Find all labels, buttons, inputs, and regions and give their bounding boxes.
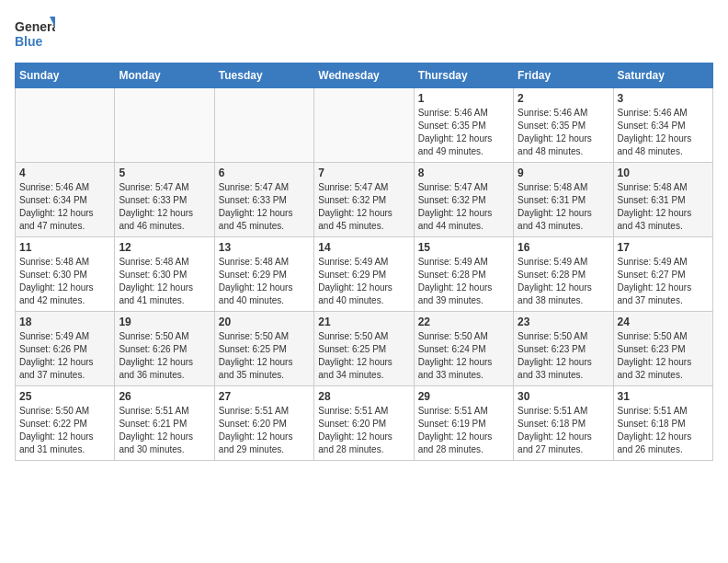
day-number: 31: [618, 390, 709, 403]
day-number: 8: [418, 167, 509, 179]
day-number: 19: [119, 316, 210, 328]
day-info: Sunrise: 5:46 AM Sunset: 6:34 PM Dayligh…: [618, 107, 709, 158]
day-info: Sunrise: 5:46 AM Sunset: 6:35 PM Dayligh…: [418, 107, 509, 158]
day-info: Sunrise: 5:51 AM Sunset: 6:20 PM Dayligh…: [219, 405, 310, 456]
day-cell: 7Sunrise: 5:47 AM Sunset: 6:32 PM Daylig…: [314, 163, 414, 237]
day-cell: 26Sunrise: 5:51 AM Sunset: 6:21 PM Dayli…: [115, 386, 214, 461]
day-info: Sunrise: 5:50 AM Sunset: 6:22 PM Dayligh…: [19, 405, 110, 456]
day-number: 30: [518, 390, 609, 403]
day-info: Sunrise: 5:47 AM Sunset: 6:32 PM Dayligh…: [318, 181, 409, 233]
day-number: 21: [318, 316, 409, 328]
week-row-5: 25Sunrise: 5:50 AM Sunset: 6:22 PM Dayli…: [16, 386, 713, 461]
day-cell: 5Sunrise: 5:47 AM Sunset: 6:33 PM Daylig…: [115, 163, 214, 237]
day-cell: 25Sunrise: 5:50 AM Sunset: 6:22 PM Dayli…: [16, 386, 115, 461]
day-number: 3: [618, 92, 709, 105]
week-row-1: 1Sunrise: 5:46 AM Sunset: 6:35 PM Daylig…: [16, 88, 713, 163]
day-cell: 22Sunrise: 5:50 AM Sunset: 6:24 PM Dayli…: [414, 312, 513, 386]
day-cell: 23Sunrise: 5:50 AM Sunset: 6:23 PM Dayli…: [514, 312, 613, 386]
day-cell: 3Sunrise: 5:46 AM Sunset: 6:34 PM Daylig…: [613, 88, 712, 163]
day-cell: 16Sunrise: 5:49 AM Sunset: 6:28 PM Dayli…: [514, 237, 613, 312]
day-info: Sunrise: 5:47 AM Sunset: 6:33 PM Dayligh…: [219, 181, 310, 233]
day-info: Sunrise: 5:47 AM Sunset: 6:33 PM Dayligh…: [119, 181, 210, 233]
day-cell: 8Sunrise: 5:47 AM Sunset: 6:32 PM Daylig…: [414, 163, 513, 237]
col-header-wednesday: Wednesday: [314, 63, 414, 88]
day-cell: 9Sunrise: 5:48 AM Sunset: 6:31 PM Daylig…: [514, 163, 613, 237]
day-number: 20: [219, 316, 310, 328]
day-number: 27: [219, 390, 310, 403]
day-number: 15: [418, 241, 509, 254]
col-header-monday: Monday: [115, 63, 214, 88]
day-number: 2: [518, 92, 609, 105]
day-cell: 30Sunrise: 5:51 AM Sunset: 6:18 PM Dayli…: [514, 386, 613, 461]
day-cell: 21Sunrise: 5:50 AM Sunset: 6:25 PM Dayli…: [314, 312, 414, 386]
day-info: Sunrise: 5:51 AM Sunset: 6:21 PM Dayligh…: [119, 405, 210, 456]
day-number: 9: [518, 167, 609, 179]
day-info: Sunrise: 5:50 AM Sunset: 6:24 PM Dayligh…: [418, 330, 509, 382]
svg-text:General: General: [15, 19, 55, 34]
day-cell: 14Sunrise: 5:49 AM Sunset: 6:29 PM Dayli…: [314, 237, 414, 312]
day-cell: 19Sunrise: 5:50 AM Sunset: 6:26 PM Dayli…: [115, 312, 214, 386]
day-cell: 15Sunrise: 5:49 AM Sunset: 6:28 PM Dayli…: [414, 237, 513, 312]
day-number: 16: [518, 241, 609, 254]
day-cell: 4Sunrise: 5:46 AM Sunset: 6:34 PM Daylig…: [16, 163, 115, 237]
day-info: Sunrise: 5:49 AM Sunset: 6:27 PM Dayligh…: [618, 256, 709, 307]
day-info: Sunrise: 5:50 AM Sunset: 6:23 PM Dayligh…: [518, 330, 609, 382]
col-header-thursday: Thursday: [414, 63, 513, 88]
day-info: Sunrise: 5:49 AM Sunset: 6:29 PM Dayligh…: [318, 256, 409, 307]
day-info: Sunrise: 5:46 AM Sunset: 6:34 PM Dayligh…: [19, 181, 110, 233]
day-info: Sunrise: 5:50 AM Sunset: 6:25 PM Dayligh…: [219, 330, 310, 382]
day-info: Sunrise: 5:48 AM Sunset: 6:30 PM Dayligh…: [19, 256, 110, 307]
day-info: Sunrise: 5:48 AM Sunset: 6:31 PM Dayligh…: [618, 181, 709, 233]
day-info: Sunrise: 5:48 AM Sunset: 6:30 PM Dayligh…: [119, 256, 210, 307]
day-number: 1: [418, 92, 509, 105]
day-number: 28: [318, 390, 409, 403]
day-number: 11: [19, 241, 110, 254]
day-number: 10: [618, 167, 709, 179]
day-cell: 1Sunrise: 5:46 AM Sunset: 6:35 PM Daylig…: [414, 88, 513, 163]
day-number: 23: [518, 316, 609, 328]
day-number: 14: [318, 241, 409, 254]
day-cell: [314, 88, 414, 163]
week-row-3: 11Sunrise: 5:48 AM Sunset: 6:30 PM Dayli…: [16, 237, 713, 312]
day-info: Sunrise: 5:47 AM Sunset: 6:32 PM Dayligh…: [418, 181, 509, 233]
day-info: Sunrise: 5:51 AM Sunset: 6:19 PM Dayligh…: [418, 405, 509, 456]
day-number: 26: [119, 390, 210, 403]
logo: General Blue: [15, 15, 55, 52]
day-cell: 24Sunrise: 5:50 AM Sunset: 6:23 PM Dayli…: [613, 312, 712, 386]
day-number: 25: [19, 390, 110, 403]
day-cell: 12Sunrise: 5:48 AM Sunset: 6:30 PM Dayli…: [115, 237, 214, 312]
day-info: Sunrise: 5:48 AM Sunset: 6:31 PM Dayligh…: [518, 181, 609, 233]
day-number: 17: [618, 241, 709, 254]
day-info: Sunrise: 5:51 AM Sunset: 6:18 PM Dayligh…: [618, 405, 709, 456]
calendar-table: SundayMondayTuesdayWednesdayThursdayFrid…: [15, 63, 713, 461]
day-info: Sunrise: 5:49 AM Sunset: 6:28 PM Dayligh…: [418, 256, 509, 307]
day-info: Sunrise: 5:50 AM Sunset: 6:23 PM Dayligh…: [618, 330, 709, 382]
day-cell: 20Sunrise: 5:50 AM Sunset: 6:25 PM Dayli…: [214, 312, 313, 386]
day-cell: 18Sunrise: 5:49 AM Sunset: 6:26 PM Dayli…: [16, 312, 115, 386]
col-header-tuesday: Tuesday: [214, 63, 313, 88]
day-cell: 29Sunrise: 5:51 AM Sunset: 6:19 PM Dayli…: [414, 386, 513, 461]
day-cell: 10Sunrise: 5:48 AM Sunset: 6:31 PM Dayli…: [613, 163, 712, 237]
day-info: Sunrise: 5:51 AM Sunset: 6:20 PM Dayligh…: [318, 405, 409, 456]
day-cell: 6Sunrise: 5:47 AM Sunset: 6:33 PM Daylig…: [214, 163, 313, 237]
svg-text:Blue: Blue: [15, 34, 43, 49]
col-header-sunday: Sunday: [16, 63, 115, 88]
page-header: General Blue: [15, 15, 713, 52]
day-number: 13: [219, 241, 310, 254]
day-cell: 13Sunrise: 5:48 AM Sunset: 6:29 PM Dayli…: [214, 237, 313, 312]
day-number: 22: [418, 316, 509, 328]
day-cell: 28Sunrise: 5:51 AM Sunset: 6:20 PM Dayli…: [314, 386, 414, 461]
week-row-4: 18Sunrise: 5:49 AM Sunset: 6:26 PM Dayli…: [16, 312, 713, 386]
day-number: 18: [19, 316, 110, 328]
col-header-saturday: Saturday: [613, 63, 712, 88]
day-info: Sunrise: 5:46 AM Sunset: 6:35 PM Dayligh…: [518, 107, 609, 158]
day-number: 29: [418, 390, 509, 403]
day-cell: [214, 88, 313, 163]
day-info: Sunrise: 5:50 AM Sunset: 6:26 PM Dayligh…: [119, 330, 210, 382]
day-info: Sunrise: 5:51 AM Sunset: 6:18 PM Dayligh…: [518, 405, 609, 456]
day-cell: [16, 88, 115, 163]
header-row: SundayMondayTuesdayWednesdayThursdayFrid…: [16, 63, 713, 88]
day-cell: 17Sunrise: 5:49 AM Sunset: 6:27 PM Dayli…: [613, 237, 712, 312]
day-cell: [115, 88, 214, 163]
week-row-2: 4Sunrise: 5:46 AM Sunset: 6:34 PM Daylig…: [16, 163, 713, 237]
